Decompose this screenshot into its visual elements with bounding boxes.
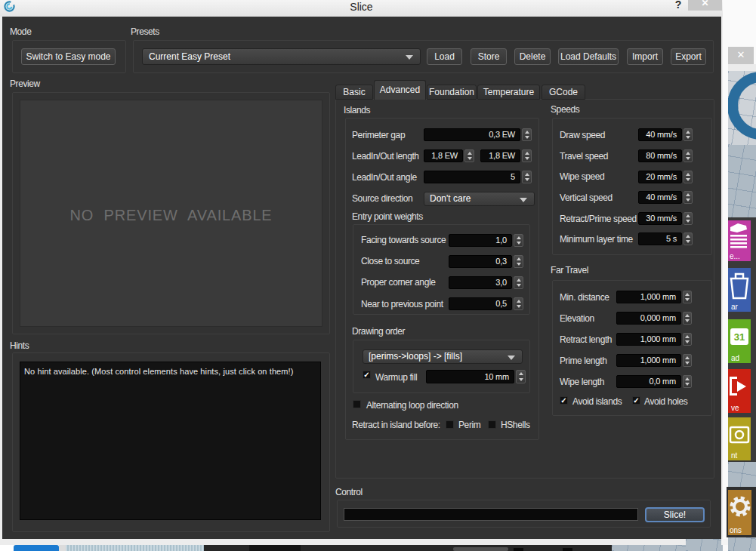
- svg-text:31: 31: [734, 331, 745, 343]
